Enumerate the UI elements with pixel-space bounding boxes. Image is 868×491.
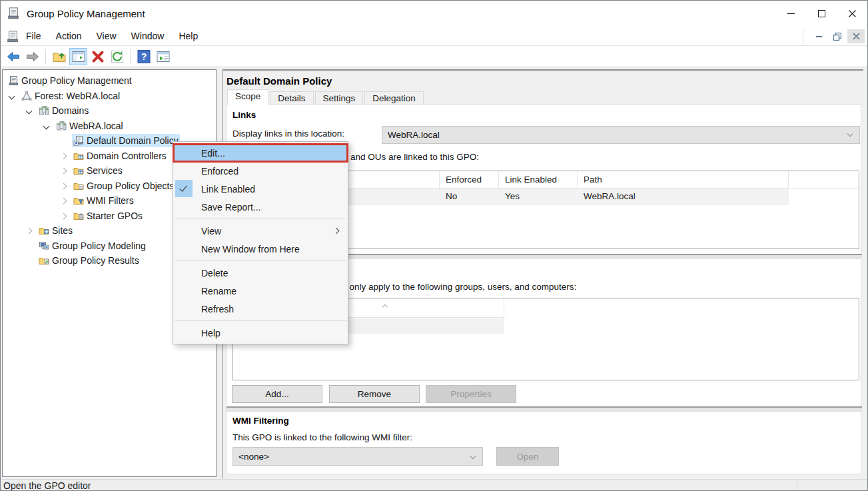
mdi-minimize-button[interactable] — [810, 29, 827, 43]
menu-item-label: Rename — [201, 286, 236, 296]
add-button[interactable]: Add... — [232, 385, 322, 403]
tab-details[interactable]: Details — [270, 91, 313, 105]
tab-scope[interactable]: Scope — [227, 89, 268, 105]
export-list-toolbar-button[interactable] — [154, 48, 172, 65]
tab-delegation[interactable]: Delegation — [364, 91, 424, 105]
sort-ascending-icon — [382, 304, 388, 310]
mdi-restore-icon — [833, 33, 841, 41]
tree-item-forest-webra-local[interactable]: Forest: WebRA.local — [3, 89, 216, 104]
gpo-folder-icon — [73, 181, 84, 191]
wmi-filter-dropdown[interactable]: <none> — [232, 447, 483, 466]
tree-item-label: Domains — [50, 105, 91, 117]
column-header[interactable]: Link Enabled — [499, 171, 578, 188]
close-icon — [848, 9, 857, 18]
chevron-expanded-icon[interactable] — [43, 123, 50, 129]
toolbar-separator — [45, 49, 46, 64]
mdi-close-button[interactable] — [847, 29, 865, 43]
chevron-expanded-icon[interactable] — [9, 93, 15, 99]
menu-action[interactable]: Action — [49, 28, 89, 44]
tree-item-webra-local[interactable]: WebRA.local — [3, 119, 216, 134]
svg-text:?: ? — [141, 51, 147, 62]
forest-icon — [21, 91, 32, 101]
tab-settings[interactable]: Settings — [315, 91, 364, 105]
modeling-icon — [39, 241, 49, 251]
status-bar: Open the GPO editor — [1, 479, 867, 491]
mdi-controls — [803, 29, 865, 44]
up-folder-icon — [52, 49, 67, 64]
refresh-toolbar-button[interactable] — [108, 48, 126, 65]
chevron-collapsed-icon[interactable] — [61, 198, 67, 205]
column-header[interactable]: Enforced — [440, 171, 499, 188]
maximize-button[interactable] — [806, 1, 837, 27]
context-menu-new-window-from-here[interactable]: New Window from Here — [173, 240, 348, 258]
status-text: Open the GPO editor — [3, 480, 91, 491]
starter-folder-icon — [73, 211, 84, 221]
forward-toolbar-button[interactable] — [23, 48, 41, 65]
mdi-restore-button[interactable] — [829, 29, 846, 43]
chevron-expanded-icon[interactable] — [26, 108, 33, 115]
context-menu-delete[interactable]: Delete — [173, 264, 348, 282]
chevron-collapsed-icon[interactable] — [61, 153, 67, 159]
console-tree-toolbar-button[interactable] — [69, 48, 87, 65]
menu-file[interactable]: File — [19, 28, 49, 44]
wmi-filter-label: This GPO is linked to the following WMI … — [232, 432, 412, 442]
table-cell: No — [440, 189, 499, 205]
menu-window[interactable]: Window — [124, 28, 172, 44]
context-menu-view[interactable]: View — [173, 222, 348, 240]
location-dropdown[interactable]: WebRA.local — [382, 126, 860, 144]
links-heading: Links — [232, 110, 256, 120]
forward-icon — [25, 49, 40, 64]
context-menu-enforced[interactable]: Enforced — [173, 162, 348, 180]
help-icon: ? — [137, 49, 151, 64]
chevron-collapsed-icon[interactable] — [61, 183, 67, 189]
context-menu-save-report[interactable]: Save Report... — [173, 198, 348, 216]
toolbar-separator — [130, 49, 131, 64]
context-menu-refresh[interactable]: Refresh — [173, 300, 348, 318]
context-menu-rename[interactable]: Rename — [173, 282, 348, 300]
tree-item-label: Forest: WebRA.local — [33, 90, 122, 102]
gpmc-window: Group Policy Management FileActionViewWi… — [0, 0, 868, 491]
toolbar: ? — [1, 47, 867, 67]
context-menu-help[interactable]: Help — [173, 324, 348, 342]
menu-help[interactable]: Help — [171, 28, 205, 44]
open-button[interactable]: Open — [496, 447, 559, 466]
tree-item-group-policy-management[interactable]: Group Policy Management — [3, 73, 216, 89]
menu-view[interactable]: View — [89, 28, 123, 44]
chevron-collapsed-icon[interactable] — [26, 228, 33, 235]
check-icon — [175, 180, 193, 197]
tree-item-domains[interactable]: Domains — [3, 103, 216, 119]
back-icon — [6, 49, 21, 64]
context-menu-link-enabled[interactable]: Link Enabled — [173, 180, 348, 198]
up-folder-toolbar-button[interactable] — [50, 48, 68, 65]
minimize-button[interactable] — [775, 1, 806, 27]
chevron-down-icon — [847, 131, 853, 137]
tree-item-label: WebRA.local — [67, 120, 125, 132]
title-bar: Group Policy Management — [1, 1, 867, 27]
menu-item-label: Save Report... — [201, 202, 261, 213]
menu-separator — [173, 258, 348, 264]
remove-button[interactable]: Remove — [329, 385, 420, 403]
close-button[interactable] — [837, 1, 867, 27]
context-menu: Edit...EnforcedLink EnabledSave Report..… — [173, 141, 348, 344]
column-header[interactable]: Path — [578, 171, 789, 188]
context-menu-edit[interactable]: Edit... — [173, 144, 348, 162]
delete-toolbar-button[interactable] — [89, 48, 107, 65]
chevron-collapsed-icon[interactable] — [61, 213, 67, 219]
tree-item-label: Default Domain Policy — [85, 135, 181, 147]
chevron-collapsed-icon[interactable] — [61, 168, 67, 175]
wmi-filter-value: <none> — [238, 452, 269, 462]
back-toolbar-button[interactable] — [4, 48, 22, 65]
location-dropdown-value: WebRA.local — [388, 130, 440, 140]
gpo-title: Default Domain Policy — [226, 75, 332, 87]
tree-item-label: WMI Filters — [85, 195, 136, 207]
tree-item-label: Domain Controllers — [85, 150, 169, 162]
table-cell: Yes — [499, 189, 578, 205]
properties-button[interactable]: Properties — [426, 385, 516, 403]
help-toolbar-button[interactable]: ? — [135, 48, 153, 65]
results-folder-icon — [39, 255, 49, 266]
tree-item-label: Starter GPOs — [85, 210, 145, 222]
chevron-down-icon — [470, 454, 476, 459]
delete-icon — [91, 49, 105, 64]
app-icon — [7, 7, 21, 21]
menu-item-label: Link Enabled — [201, 184, 255, 195]
